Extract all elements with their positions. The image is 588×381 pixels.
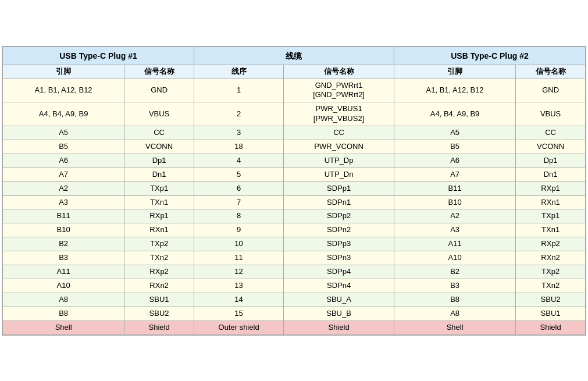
cell-wire: 14: [194, 293, 283, 307]
usb-pinout-table: USB Type-C Plug #1 线缆 USB Type-C Plug #2…: [2, 47, 586, 335]
table-row: A3TXn17SDPn1B10RXn1: [3, 195, 586, 209]
cell-sig1: RXn2: [124, 279, 194, 293]
table-row: A2TXp16SDPp1B11RXp1: [3, 181, 586, 195]
cell-sig1: TXp1: [124, 181, 194, 195]
cell-pin2: B2: [394, 265, 515, 279]
cell-sig1: TXn2: [124, 251, 194, 265]
col-signal2: 信号名称: [516, 65, 586, 79]
table-body: A1, B1, A12, B12GND1GND_PWRrt1[GND_PWRrt…: [3, 79, 586, 334]
cell-csig: SBU_B: [284, 307, 394, 321]
cell-csig: UTP_Dn: [284, 168, 394, 181]
table-row: B5VCONN18PWR_VCONNB5VCONN: [3, 140, 586, 154]
cell-sig1: RXn1: [124, 223, 194, 237]
col-header-row: 引脚 信号名称 线序 信号名称 引脚 信号名称: [3, 65, 586, 79]
cell-sig2: RXp1: [516, 181, 586, 195]
cell-wire: 2: [194, 102, 283, 126]
cell-pin2: B3: [394, 279, 515, 293]
cell-pin1: B11: [3, 209, 124, 223]
cell-sig2: Dp1: [516, 154, 586, 168]
cell-sig2: RXp2: [516, 237, 586, 251]
cell-sig1: RXp1: [124, 209, 194, 223]
cell-pin1: A2: [3, 181, 124, 195]
cell-csig: SDPn1: [284, 195, 394, 209]
cell-pin2: Shell: [394, 321, 515, 334]
cell-sig1: RXp2: [124, 265, 194, 279]
table-row: B3TXn211SDPn3A10RXn2: [3, 251, 586, 265]
cell-sig2: CC: [516, 126, 586, 140]
cell-pin1: A8: [3, 293, 124, 307]
cell-sig1: GND: [124, 79, 194, 102]
table-row: A7Dn15UTP_DnA7Dn1: [3, 168, 586, 181]
col-wire-seq: 线序: [194, 65, 283, 79]
cell-pin2: A2: [394, 209, 515, 223]
cell-wire: 13: [194, 279, 283, 293]
table-row: ShellShieldOuter shieldShieldShellShield: [3, 321, 586, 334]
cell-sig1: Dp1: [124, 154, 194, 168]
col-pin2: 引脚: [394, 65, 515, 79]
cell-csig: SDPp4: [284, 265, 394, 279]
cell-sig2: VCONN: [516, 140, 586, 154]
cell-pin2: A1, B1, A12, B12: [394, 79, 515, 102]
cell-pin1: B8: [3, 307, 124, 321]
cell-sig2: RXn1: [516, 195, 586, 209]
cell-wire: Outer shield: [194, 321, 283, 334]
cell-wire: 8: [194, 209, 283, 223]
cell-pin1: Shell: [3, 321, 124, 334]
table-row: B11RXp18SDPp2A2TXp1: [3, 209, 586, 223]
cell-wire: 4: [194, 154, 283, 168]
table-row: B2TXp210SDPp3A11RXp2: [3, 237, 586, 251]
cell-pin2: B5: [394, 140, 515, 154]
cell-csig: CC: [284, 126, 394, 140]
cell-pin1: B3: [3, 251, 124, 265]
cell-sig1: CC: [124, 126, 194, 140]
cell-csig: PWR_VBUS1[PWR_VBUS2]: [284, 102, 394, 126]
cell-pin1: A3: [3, 195, 124, 209]
table-row: A1, B1, A12, B12GND1GND_PWRrt1[GND_PWRrt…: [3, 79, 586, 102]
cell-wire: 1: [194, 79, 283, 102]
cell-sig2: TXp2: [516, 265, 586, 279]
table-row: A11RXp212SDPp4B2TXp2: [3, 265, 586, 279]
cell-csig: SDPp2: [284, 209, 394, 223]
cell-pin1: B10: [3, 223, 124, 237]
cell-csig: Shield: [284, 321, 394, 334]
cell-sig1: SBU2: [124, 307, 194, 321]
cell-pin2: A11: [394, 237, 515, 251]
cell-csig: SDPn3: [284, 251, 394, 265]
cell-pin2: A6: [394, 154, 515, 168]
cell-sig1: Dn1: [124, 168, 194, 181]
cell-pin1: A5: [3, 126, 124, 140]
col-cable-signal: 信号名称: [284, 65, 394, 79]
cell-sig1: SBU1: [124, 293, 194, 307]
section-header-row: USB Type-C Plug #1 线缆 USB Type-C Plug #2: [3, 47, 586, 65]
cell-sig2: VBUS: [516, 102, 586, 126]
cell-pin1: A11: [3, 265, 124, 279]
table-row: A4, B4, A9, B9VBUS2PWR_VBUS1[PWR_VBUS2]A…: [3, 102, 586, 126]
cell-wire: 15: [194, 307, 283, 321]
cell-pin2: B8: [394, 293, 515, 307]
cell-sig1: Shield: [124, 321, 194, 334]
cell-sig2: Dn1: [516, 168, 586, 181]
cell-pin2: A5: [394, 126, 515, 140]
cell-wire: 11: [194, 251, 283, 265]
cell-csig: SDPp1: [284, 181, 394, 195]
cell-pin1: A10: [3, 279, 124, 293]
cell-sig2: TXn1: [516, 223, 586, 237]
cell-wire: 3: [194, 126, 283, 140]
cell-pin2: A3: [394, 223, 515, 237]
cell-wire: 18: [194, 140, 283, 154]
cell-csig: GND_PWRrt1[GND_PWRrt2]: [284, 79, 394, 102]
cell-wire: 10: [194, 237, 283, 251]
main-table-wrapper: USB Type-C Plug #1 线缆 USB Type-C Plug #2…: [2, 46, 586, 336]
cell-sig2: TXp1: [516, 209, 586, 223]
cell-wire: 12: [194, 265, 283, 279]
cell-csig: PWR_VCONN: [284, 140, 394, 154]
cell-sig2: SBU2: [516, 293, 586, 307]
cell-pin1: A6: [3, 154, 124, 168]
cell-csig: SBU_A: [284, 293, 394, 307]
table-row: A10RXn213SDPn4B3TXn2: [3, 279, 586, 293]
cell-csig: UTP_Dp: [284, 154, 394, 168]
cell-pin2: B11: [394, 181, 515, 195]
cell-pin1: B2: [3, 237, 124, 251]
cell-sig1: TXn1: [124, 195, 194, 209]
cell-sig2: Shield: [516, 321, 586, 334]
